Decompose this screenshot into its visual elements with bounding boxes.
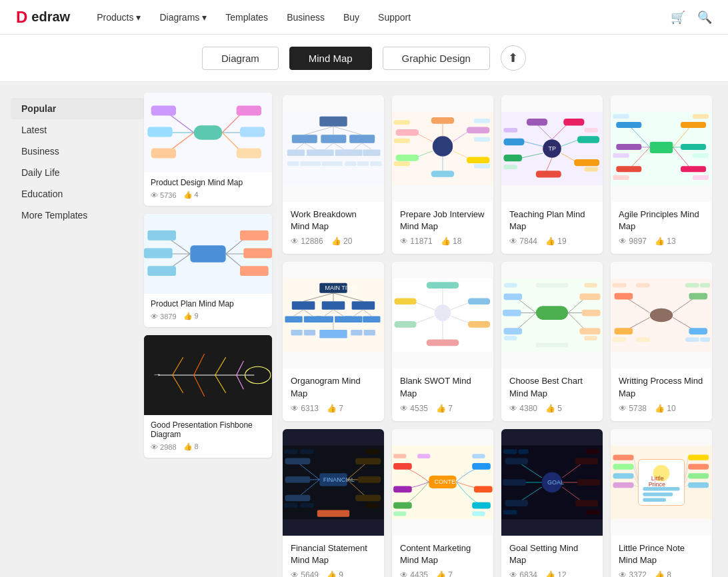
upload-button[interactable]: ⬆ xyxy=(501,45,526,71)
svg-rect-77 xyxy=(431,171,455,177)
svg-rect-142 xyxy=(345,316,362,323)
svg-rect-152 xyxy=(291,330,302,335)
view-count: 👁 4435 xyxy=(400,570,428,577)
card-title: Good Presentation Fishbone Diagram xyxy=(151,420,265,439)
tab-diagram[interactable]: Diagram xyxy=(202,47,279,70)
svg-rect-43 xyxy=(321,135,346,143)
list-item[interactable]: TP xyxy=(501,95,603,254)
logo-text: edraw xyxy=(31,9,70,25)
card-meta: 👁 7844 👍 19 xyxy=(509,237,595,246)
card-meta: 👁 5736 👍 4 xyxy=(151,191,265,199)
svg-rect-78 xyxy=(396,129,419,136)
list-item[interactable]: Product Plan Mind Map 👁 3879 👍 9 xyxy=(144,214,272,327)
svg-rect-268 xyxy=(643,492,673,496)
nav-support[interactable]: Support xyxy=(378,12,411,23)
logo[interactable]: D edraw xyxy=(16,8,70,27)
view-count: 👁 5736 xyxy=(151,191,177,199)
svg-rect-202 xyxy=(613,338,627,342)
list-item[interactable]: Prepare Job Interview Mind Map 👁 11871 👍… xyxy=(392,95,493,254)
list-item[interactable]: Choose Best Chart Mind Map 👁 4380 👍 5 xyxy=(501,262,603,420)
list-item[interactable]: Agile Principles Mind Map 👁 9897 👍 13 xyxy=(611,95,712,254)
svg-rect-79 xyxy=(396,155,419,161)
svg-rect-256 xyxy=(575,458,599,464)
like-count: 👍 7 xyxy=(436,570,453,577)
sidebar-item-education[interactable]: Education xyxy=(11,183,144,205)
card-thumbnail: CONTENT xyxy=(392,429,493,536)
list-item[interactable]: MAIN TITLE xyxy=(283,262,384,420)
list-item[interactable]: Product Design Mind Map 👁 5736 👍 4 xyxy=(144,93,272,206)
svg-rect-119 xyxy=(616,166,641,172)
svg-rect-259 xyxy=(503,449,517,454)
svg-rect-67 xyxy=(370,161,381,166)
tab-mind-map[interactable]: Mind Map xyxy=(289,47,372,70)
card-title: Blank SWOT Mind Map xyxy=(400,375,485,399)
svg-rect-207 xyxy=(700,338,710,342)
view-count: 👁 9897 xyxy=(619,237,647,246)
svg-text:→: → xyxy=(153,369,162,380)
nav-buy[interactable]: Buy xyxy=(343,12,359,23)
search-icon[interactable]: 🔍 xyxy=(697,10,712,25)
svg-rect-100 xyxy=(503,139,524,145)
svg-rect-13 xyxy=(151,148,176,158)
svg-rect-178 xyxy=(503,294,522,300)
svg-rect-262 xyxy=(585,449,599,454)
card-thumbnail xyxy=(501,262,603,368)
card-meta: 👁 5649 👍 9 xyxy=(291,570,376,577)
sidebar-item-daily-life[interactable]: Daily Life xyxy=(11,162,144,183)
list-item[interactable]: CONTENT xyxy=(392,429,493,577)
svg-rect-223 xyxy=(284,449,298,454)
list-item[interactable]: Writting Process Mind Map 👁 5738 👍 10 xyxy=(611,262,712,420)
svg-rect-10 xyxy=(237,148,261,158)
like-count: 👍 7 xyxy=(327,404,343,413)
card-meta: 👁 4535 👍 7 xyxy=(400,404,485,413)
card-title: Financial Statement Mind Map xyxy=(291,542,376,566)
card-info: Little Prince Note Mind Map 👁 3372 👍 8 xyxy=(611,536,712,577)
svg-rect-127 xyxy=(693,153,709,158)
list-item[interactable]: GOAL xyxy=(501,429,603,577)
svg-rect-138 xyxy=(285,316,302,323)
svg-rect-164 xyxy=(427,283,459,289)
sidebar-item-popular[interactable]: Popular xyxy=(11,98,144,119)
svg-rect-181 xyxy=(579,294,600,300)
svg-rect-196 xyxy=(615,293,633,300)
like-count: 👍 9 xyxy=(183,312,199,320)
svg-rect-169 xyxy=(468,321,490,328)
template-grid: Work Breakdown Mind Map 👁 12886 👍 20 xyxy=(277,93,717,577)
svg-rect-108 xyxy=(584,167,598,172)
tab-graphic-design[interactable]: Graphic Design xyxy=(383,47,490,70)
list-item[interactable]: → Good Presentation Fishbone Diagram 👁 2… xyxy=(144,335,272,458)
list-item[interactable]: Blank SWOT Mind Map 👁 4535 👍 7 xyxy=(392,262,493,420)
nav-templates[interactable]: Templates xyxy=(225,12,268,23)
svg-rect-234 xyxy=(393,486,412,492)
sidebar-item-more-templates[interactable]: More Templates xyxy=(11,205,144,226)
card-title: Work Breakdown Mind Map xyxy=(291,209,376,233)
card-info: Choose Best Chart Mind Map 👁 4380 👍 5 xyxy=(501,368,603,420)
svg-rect-200 xyxy=(613,283,627,288)
svg-rect-206 xyxy=(685,338,699,342)
sidebar-item-business[interactable]: Business xyxy=(11,141,144,162)
like-count: 👍 5 xyxy=(545,404,562,413)
svg-rect-267 xyxy=(643,487,679,491)
nav-diagrams[interactable]: Diagrams ▾ xyxy=(159,12,207,23)
svg-rect-85 xyxy=(474,119,490,123)
svg-rect-179 xyxy=(503,310,521,316)
svg-rect-276 xyxy=(688,454,709,460)
list-item[interactable]: Little Prince xyxy=(611,429,712,577)
nav-business[interactable]: Business xyxy=(287,12,325,23)
svg-rect-167 xyxy=(468,298,490,305)
diagrams-arrow-icon: ▾ xyxy=(202,12,207,23)
svg-rect-102 xyxy=(503,155,522,161)
svg-rect-123 xyxy=(613,114,629,119)
card-meta: 👁 4380 👍 5 xyxy=(509,404,595,413)
list-item[interactable]: Work Breakdown Mind Map 👁 12886 👍 20 xyxy=(283,95,384,254)
cart-icon[interactable]: 🛒 xyxy=(671,10,685,25)
sidebar-item-latest[interactable]: Latest xyxy=(11,119,144,141)
list-item[interactable]: FINANCIAL xyxy=(283,429,384,577)
nav-products[interactable]: Products ▾ xyxy=(97,12,141,23)
svg-rect-153 xyxy=(304,330,315,335)
svg-rect-198 xyxy=(689,293,707,300)
card-meta: 👁 11871 👍 18 xyxy=(400,237,485,246)
card-thumbnail xyxy=(144,214,272,294)
svg-rect-229 xyxy=(317,510,349,516)
svg-rect-184 xyxy=(504,283,517,288)
